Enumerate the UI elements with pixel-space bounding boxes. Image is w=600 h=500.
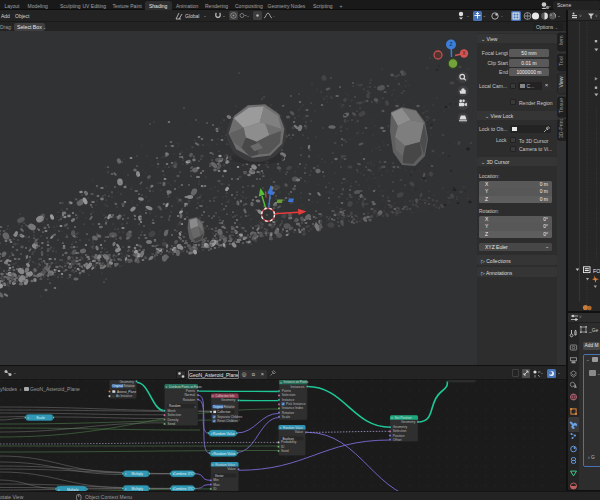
svg-text:✓: ✓ [213,419,216,423]
svg-text:Scale: Scale [36,416,45,420]
svg-text:Vector: Vector [215,474,224,478]
svg-text:Random: Random [169,404,181,408]
svg-text:˅: ˅ [166,385,168,389]
svg-text:✓: ✓ [282,402,285,406]
svg-text:Random Value: Random Value [283,426,303,430]
svg-text:˅: ˅ [595,14,598,19]
svg-text:Geometry: Geometry [120,380,135,384]
svg-text:Scale: Scale [282,415,290,419]
svg-text:Random Value: Random Value [215,463,235,467]
svg-text:Density: Density [168,418,179,422]
svg-text:Random Value: Random Value [214,452,236,456]
svg-text:˅: ˅ [172,472,174,476]
svg-text:Relative: Relative [124,384,135,388]
svg-text:Combine XYZ: Combine XYZ [173,472,194,476]
svg-text:˅: ˅ [280,381,282,385]
svg-text:Offset: Offset [393,438,402,442]
svg-text:˅: ˅ [211,432,213,436]
svg-text:As Instance: As Instance [116,394,132,398]
svg-text:˅: ˅ [125,472,127,476]
svg-text:Value: Value [227,467,235,471]
svg-text:Tissue: Tissue [557,98,563,113]
svg-text:˅: ˅ [27,416,29,420]
svg-text:Original: Original [213,405,224,409]
svg-text:Geometry: Geometry [221,398,236,402]
svg-text:Collection: Collection [217,410,231,414]
svg-text:Item: Item [557,35,563,45]
svg-text:Reset Children: Reset Children [217,419,238,423]
svg-text:˅: ˅ [212,394,214,398]
svg-text:˅: ˅ [212,463,214,467]
svg-text:3D-Print: 3D-Print [557,118,563,138]
svg-text:˅: ˅ [194,405,196,409]
svg-text:Multiply: Multiply [132,472,144,476]
svg-text:Value: Value [295,430,303,434]
svg-text:Tool: Tool [557,56,563,66]
svg-text:˅: ˅ [391,416,393,420]
svg-text:Geometry: Geometry [401,420,416,424]
svg-text:Seed: Seed [168,422,176,426]
svg-text:Asteroi_Plane: Asteroi_Plane [117,390,137,394]
svg-text:Seed: Seed [281,449,289,453]
svg-text:Rotation: Rotation [183,398,195,402]
svg-text:Mesh: Mesh [168,409,176,413]
svg-text:X: X [462,51,465,56]
svg-text:View: View [557,76,563,87]
svg-text:_Ge: _Ge [588,328,598,333]
svg-text:Relative: Relative [224,405,235,409]
svg-text:˅: ˅ [280,426,282,430]
svg-text:Z: Z [449,41,452,47]
svg-text:Original: Original [112,384,123,388]
svg-text:Selection: Selection [282,393,296,397]
svg-text:Instances: Instances [290,385,304,389]
svg-text:FO: FO [593,268,600,274]
svg-text:˅: ˅ [579,14,582,19]
svg-text:Points: Points [186,389,196,393]
svg-text:Random Value: Random Value [213,432,235,436]
svg-text:˅: ˅ [212,452,214,456]
